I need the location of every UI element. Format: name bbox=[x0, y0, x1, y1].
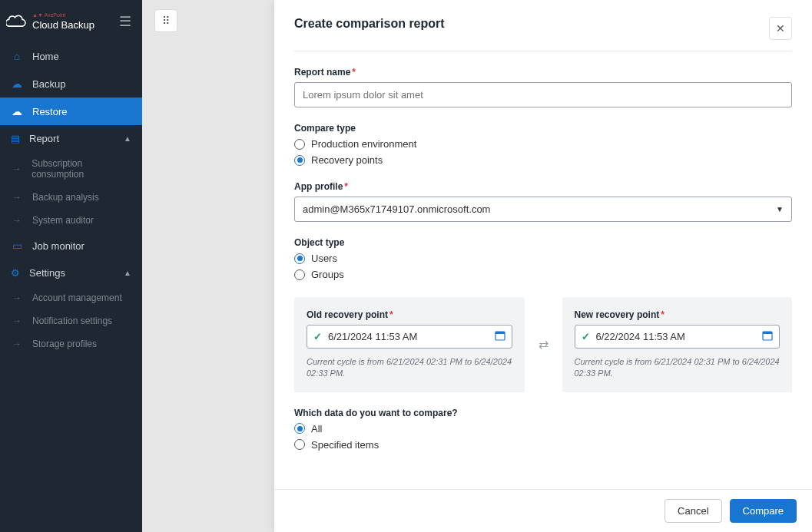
nav-settings-storage[interactable]: → Storage profiles bbox=[0, 332, 142, 355]
chart-icon: ▤ bbox=[11, 133, 20, 144]
nav-report-system-auditor[interactable]: → System auditor bbox=[0, 209, 142, 232]
nav-home[interactable]: ⌂ Home bbox=[0, 42, 142, 70]
nav-backup-label: Backup bbox=[32, 78, 65, 90]
chevron-up-icon: ▲ bbox=[124, 269, 131, 277]
radio-checked-icon bbox=[294, 253, 305, 264]
logo: ▲▼ AvePoint Cloud Backup bbox=[6, 12, 94, 31]
nav-report-system-auditor-label: System auditor bbox=[32, 215, 94, 226]
nav-settings[interactable]: ⚙ Settings ▲ bbox=[0, 259, 142, 286]
report-name-label: Report name* bbox=[294, 67, 792, 78]
app-profile-value: admin@M365x71749107.onmicrosoft.com bbox=[303, 203, 490, 215]
logo-brand-title: Cloud Backup bbox=[32, 19, 94, 31]
panel-header: Create comparison report ✕ bbox=[274, 0, 812, 51]
close-icon: ✕ bbox=[776, 22, 785, 35]
nav-job-monitor-label: Job monitor bbox=[32, 240, 85, 252]
radio-icon bbox=[294, 139, 305, 150]
monitor-icon: ▭ bbox=[11, 240, 23, 252]
compare-type-production[interactable]: Production environment bbox=[294, 138, 792, 150]
nav-report-label: Report bbox=[29, 133, 59, 144]
nav-report[interactable]: ▤ Report ▲ bbox=[0, 125, 142, 152]
old-recovery-hint: Current cycle is from 6/21/2024 02:31 PM… bbox=[307, 356, 512, 380]
object-type-users[interactable]: Users bbox=[294, 253, 792, 264]
object-type-groups[interactable]: Groups bbox=[294, 269, 792, 280]
which-data-all[interactable]: All bbox=[294, 423, 792, 435]
hamburger-icon[interactable]: ☰ bbox=[119, 13, 131, 30]
old-recovery-label: Old recovery point* bbox=[307, 309, 512, 320]
compare-button[interactable]: Compare bbox=[730, 499, 797, 523]
compare-type-recovery-label: Recovery points bbox=[311, 154, 383, 166]
compare-arrows-icon: ⇄ bbox=[539, 337, 549, 352]
app-grid-button[interactable]: ⠿ bbox=[154, 9, 177, 32]
nav-backup[interactable]: ☁ Backup bbox=[0, 70, 142, 97]
chevron-up-icon: ▲ bbox=[124, 134, 131, 143]
radio-icon bbox=[294, 269, 305, 280]
arrow-right-icon: → bbox=[11, 292, 23, 303]
arrow-right-icon: → bbox=[11, 215, 23, 226]
nav-report-subscription[interactable]: → Subscription consumption bbox=[0, 152, 142, 186]
radio-checked-icon bbox=[294, 155, 305, 166]
new-recovery-label: New recovery point* bbox=[575, 309, 781, 320]
arrow-right-icon: → bbox=[11, 339, 23, 349]
app-profile-label: App profile* bbox=[294, 181, 792, 192]
panel-body: Report name* Compare type Production env… bbox=[274, 51, 812, 489]
compare-type-label: Compare type bbox=[294, 123, 792, 134]
radio-checked-icon bbox=[294, 423, 305, 434]
svg-rect-1 bbox=[495, 332, 505, 334]
nav-report-subscription-label: Subscription consumption bbox=[31, 158, 131, 180]
new-recovery-card: New recovery point* ✓ 6/22/2024 11:53 AM… bbox=[562, 297, 793, 392]
which-data-all-label: All bbox=[311, 423, 322, 435]
gear-icon: ⚙ bbox=[11, 267, 20, 279]
nav-settings-storage-label: Storage profiles bbox=[32, 339, 97, 349]
nav-settings-notification-label: Notification settings bbox=[32, 316, 112, 326]
logo-brand-small: ▲▼ AvePoint bbox=[32, 12, 94, 18]
nav-restore[interactable]: ☁ Restore bbox=[0, 97, 142, 125]
object-type-groups-label: Groups bbox=[311, 269, 344, 280]
check-icon: ✓ bbox=[313, 331, 322, 342]
new-recovery-field[interactable]: ✓ 6/22/2024 11:53 AM bbox=[575, 325, 781, 349]
old-recovery-card: Old recovery point* ✓ 6/21/2024 11:53 AM… bbox=[294, 297, 525, 392]
old-recovery-value: 6/21/2024 11:53 AM bbox=[328, 331, 417, 342]
nav-home-label: Home bbox=[32, 51, 59, 62]
nav-report-backup-analysis[interactable]: → Backup analysis bbox=[0, 186, 142, 209]
which-data-specified[interactable]: Specified items bbox=[294, 439, 792, 451]
cancel-button[interactable]: Cancel bbox=[665, 499, 721, 523]
nav-restore-label: Restore bbox=[32, 106, 68, 117]
which-data-specified-label: Specified items bbox=[311, 439, 379, 451]
report-name-input[interactable] bbox=[294, 82, 792, 107]
arrow-right-icon: → bbox=[11, 316, 23, 326]
nav-job-monitor[interactable]: ▭ Job monitor bbox=[0, 232, 142, 259]
create-comparison-panel: Create comparison report ✕ Report name* … bbox=[274, 0, 812, 532]
arrow-right-icon: → bbox=[11, 192, 23, 203]
radio-icon bbox=[294, 439, 305, 450]
check-icon: ✓ bbox=[582, 331, 590, 342]
new-recovery-hint: Current cycle is from 6/21/2024 02:31 PM… bbox=[575, 356, 781, 380]
cloud-logo-icon bbox=[6, 14, 28, 29]
nav-settings-label: Settings bbox=[29, 267, 65, 279]
close-button[interactable]: ✕ bbox=[769, 17, 792, 40]
app-profile-select[interactable]: admin@M365x71749107.onmicrosoft.com ▼ bbox=[294, 197, 792, 222]
panel-title: Create comparison report bbox=[294, 17, 445, 31]
sidebar-header: ▲▼ AvePoint Cloud Backup ☰ bbox=[0, 0, 142, 42]
nav-report-backup-analysis-label: Backup analysis bbox=[32, 192, 99, 203]
chevron-down-icon: ▼ bbox=[776, 205, 784, 213]
sidebar: ▲▼ AvePoint Cloud Backup ☰ ⌂ Home ☁ Back… bbox=[0, 0, 142, 532]
nav-settings-notification[interactable]: → Notification settings bbox=[0, 309, 142, 332]
grid-icon: ⠿ bbox=[162, 15, 170, 27]
calendar-icon[interactable] bbox=[495, 330, 505, 343]
svg-rect-3 bbox=[763, 332, 772, 334]
old-recovery-field[interactable]: ✓ 6/21/2024 11:53 AM bbox=[307, 325, 512, 349]
object-type-users-label: Users bbox=[311, 253, 337, 264]
arrow-right-icon: → bbox=[11, 164, 22, 174]
cloud-down-icon: ☁ bbox=[11, 105, 23, 117]
home-icon: ⌂ bbox=[11, 50, 23, 62]
nav-settings-account-label: Account management bbox=[32, 292, 122, 303]
nav-settings-account[interactable]: → Account management bbox=[0, 286, 142, 309]
panel-footer: Cancel Compare bbox=[274, 489, 812, 532]
calendar-icon[interactable] bbox=[762, 330, 773, 343]
compare-type-recovery[interactable]: Recovery points bbox=[294, 154, 792, 166]
cloud-up-icon: ☁ bbox=[11, 78, 23, 90]
which-data-label: Which data do you want to compare? bbox=[294, 408, 792, 418]
new-recovery-value: 6/22/2024 11:53 AM bbox=[596, 331, 685, 342]
compare-type-production-label: Production environment bbox=[311, 138, 416, 150]
object-type-label: Object type bbox=[294, 237, 792, 248]
